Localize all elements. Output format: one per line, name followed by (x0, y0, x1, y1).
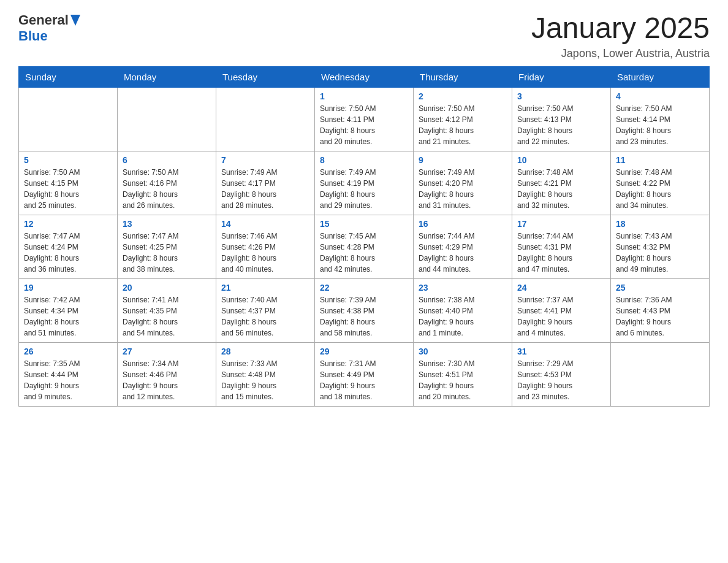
day-info: Sunrise: 7:50 AMSunset: 4:13 PMDaylight:… (517, 103, 605, 147)
logo-blue-text: Blue (18, 28, 48, 44)
calendar-cell (19, 87, 118, 151)
logo-triangle-icon (70, 15, 80, 26)
day-info: Sunrise: 7:49 AMSunset: 4:20 PMDaylight:… (419, 167, 507, 211)
day-number: 22 (320, 283, 408, 293)
calendar-cell: 29Sunrise: 7:31 AMSunset: 4:49 PMDayligh… (315, 342, 414, 406)
day-number: 4 (616, 91, 704, 101)
calendar-cell: 20Sunrise: 7:41 AMSunset: 4:35 PMDayligh… (118, 278, 216, 342)
calendar-cell: 31Sunrise: 7:29 AMSunset: 4:53 PMDayligh… (512, 342, 611, 406)
day-info: Sunrise: 7:31 AMSunset: 4:49 PMDaylight:… (320, 358, 408, 402)
day-info: Sunrise: 7:41 AMSunset: 4:35 PMDaylight:… (123, 294, 211, 339)
calendar-header-monday: Monday (118, 66, 216, 87)
day-info: Sunrise: 7:47 AMSunset: 4:25 PMDaylight:… (123, 231, 211, 275)
calendar-week-row: 1Sunrise: 7:50 AMSunset: 4:11 PMDaylight… (19, 87, 710, 151)
day-info: Sunrise: 7:50 AMSunset: 4:12 PMDaylight:… (419, 103, 507, 147)
day-info: Sunrise: 7:44 AMSunset: 4:31 PMDaylight:… (517, 231, 605, 275)
day-info: Sunrise: 7:48 AMSunset: 4:21 PMDaylight:… (517, 167, 605, 211)
day-number: 27 (123, 347, 211, 356)
calendar-header-friday: Friday (512, 66, 611, 87)
calendar-cell: 30Sunrise: 7:30 AMSunset: 4:51 PMDayligh… (414, 342, 512, 406)
calendar-cell: 12Sunrise: 7:47 AMSunset: 4:24 PMDayligh… (19, 215, 118, 278)
day-info: Sunrise: 7:49 AMSunset: 4:17 PMDaylight:… (221, 167, 309, 211)
page-header: General Blue January 2025 Japons, Lower … (18, 12, 710, 60)
day-number: 29 (320, 347, 408, 356)
calendar-cell: 1Sunrise: 7:50 AMSunset: 4:11 PMDaylight… (315, 87, 414, 151)
day-info: Sunrise: 7:34 AMSunset: 4:46 PMDaylight:… (123, 358, 211, 402)
day-number: 30 (419, 347, 507, 356)
day-info: Sunrise: 7:38 AMSunset: 4:40 PMDaylight:… (419, 294, 507, 339)
calendar-cell (216, 87, 315, 151)
day-info: Sunrise: 7:50 AMSunset: 4:15 PMDaylight:… (24, 167, 112, 211)
day-info: Sunrise: 7:29 AMSunset: 4:53 PMDaylight:… (517, 358, 605, 402)
day-info: Sunrise: 7:42 AMSunset: 4:34 PMDaylight:… (24, 294, 112, 339)
day-number: 16 (419, 219, 507, 229)
calendar-cell: 25Sunrise: 7:36 AMSunset: 4:43 PMDayligh… (611, 278, 710, 342)
day-number: 25 (616, 283, 704, 293)
day-number: 14 (221, 219, 309, 229)
day-number: 20 (123, 283, 211, 293)
day-number: 8 (320, 155, 408, 165)
location-subtitle: Japons, Lower Austria, Austria (531, 47, 710, 60)
logo-general-text: General (18, 12, 69, 28)
calendar-cell: 4Sunrise: 7:50 AMSunset: 4:14 PMDaylight… (611, 87, 710, 151)
calendar-cell: 10Sunrise: 7:48 AMSunset: 4:21 PMDayligh… (512, 151, 611, 215)
day-info: Sunrise: 7:39 AMSunset: 4:38 PMDaylight:… (320, 294, 408, 339)
calendar-cell: 2Sunrise: 7:50 AMSunset: 4:12 PMDaylight… (414, 87, 512, 151)
day-number: 10 (517, 155, 605, 165)
calendar-header-row: SundayMondayTuesdayWednesdayThursdayFrid… (19, 66, 710, 87)
day-info: Sunrise: 7:44 AMSunset: 4:29 PMDaylight:… (419, 231, 507, 275)
calendar-cell (118, 87, 216, 151)
day-number: 2 (419, 91, 507, 101)
day-number: 26 (24, 347, 112, 356)
day-number: 5 (24, 155, 112, 165)
calendar-cell: 11Sunrise: 7:48 AMSunset: 4:22 PMDayligh… (611, 151, 710, 215)
day-info: Sunrise: 7:45 AMSunset: 4:28 PMDaylight:… (320, 231, 408, 275)
calendar-cell: 14Sunrise: 7:46 AMSunset: 4:26 PMDayligh… (216, 215, 315, 278)
calendar-cell: 7Sunrise: 7:49 AMSunset: 4:17 PMDaylight… (216, 151, 315, 215)
calendar-cell (611, 342, 710, 406)
calendar-cell: 19Sunrise: 7:42 AMSunset: 4:34 PMDayligh… (19, 278, 118, 342)
calendar-table: SundayMondayTuesdayWednesdayThursdayFrid… (18, 66, 710, 407)
calendar-cell: 13Sunrise: 7:47 AMSunset: 4:25 PMDayligh… (118, 215, 216, 278)
calendar-cell: 8Sunrise: 7:49 AMSunset: 4:19 PMDaylight… (315, 151, 414, 215)
calendar-header-thursday: Thursday (414, 66, 512, 87)
day-number: 21 (221, 283, 309, 293)
calendar-week-row: 19Sunrise: 7:42 AMSunset: 4:34 PMDayligh… (19, 278, 710, 342)
day-number: 12 (24, 219, 112, 229)
svg-marker-0 (70, 15, 80, 26)
calendar-cell: 5Sunrise: 7:50 AMSunset: 4:15 PMDaylight… (19, 151, 118, 215)
calendar-cell: 16Sunrise: 7:44 AMSunset: 4:29 PMDayligh… (414, 215, 512, 278)
calendar-cell: 21Sunrise: 7:40 AMSunset: 4:37 PMDayligh… (216, 278, 315, 342)
calendar-cell: 18Sunrise: 7:43 AMSunset: 4:32 PMDayligh… (611, 215, 710, 278)
calendar-cell: 26Sunrise: 7:35 AMSunset: 4:44 PMDayligh… (19, 342, 118, 406)
calendar-cell: 23Sunrise: 7:38 AMSunset: 4:40 PMDayligh… (414, 278, 512, 342)
day-number: 24 (517, 283, 605, 293)
calendar-week-row: 5Sunrise: 7:50 AMSunset: 4:15 PMDaylight… (19, 151, 710, 215)
day-number: 19 (24, 283, 112, 293)
day-info: Sunrise: 7:35 AMSunset: 4:44 PMDaylight:… (24, 358, 112, 402)
day-info: Sunrise: 7:30 AMSunset: 4:51 PMDaylight:… (419, 358, 507, 402)
day-info: Sunrise: 7:43 AMSunset: 4:32 PMDaylight:… (616, 231, 704, 275)
day-number: 17 (517, 219, 605, 229)
day-info: Sunrise: 7:50 AMSunset: 4:14 PMDaylight:… (616, 103, 704, 147)
day-info: Sunrise: 7:37 AMSunset: 4:41 PMDaylight:… (517, 294, 605, 339)
calendar-header-wednesday: Wednesday (315, 66, 414, 87)
calendar-header-tuesday: Tuesday (216, 66, 315, 87)
day-info: Sunrise: 7:46 AMSunset: 4:26 PMDaylight:… (221, 231, 309, 275)
day-number: 15 (320, 219, 408, 229)
title-block: January 2025 Japons, Lower Austria, Aust… (531, 12, 710, 60)
day-info: Sunrise: 7:49 AMSunset: 4:19 PMDaylight:… (320, 167, 408, 211)
day-number: 9 (419, 155, 507, 165)
day-info: Sunrise: 7:36 AMSunset: 4:43 PMDaylight:… (616, 294, 704, 339)
calendar-cell: 15Sunrise: 7:45 AMSunset: 4:28 PMDayligh… (315, 215, 414, 278)
day-info: Sunrise: 7:40 AMSunset: 4:37 PMDaylight:… (221, 294, 309, 339)
calendar-header-sunday: Sunday (19, 66, 118, 87)
day-info: Sunrise: 7:50 AMSunset: 4:11 PMDaylight:… (320, 103, 408, 147)
day-number: 1 (320, 91, 408, 101)
calendar-cell: 6Sunrise: 7:50 AMSunset: 4:16 PMDaylight… (118, 151, 216, 215)
day-info: Sunrise: 7:48 AMSunset: 4:22 PMDaylight:… (616, 167, 704, 211)
day-info: Sunrise: 7:33 AMSunset: 4:48 PMDaylight:… (221, 358, 309, 402)
calendar-week-row: 12Sunrise: 7:47 AMSunset: 4:24 PMDayligh… (19, 215, 710, 278)
day-number: 11 (616, 155, 704, 165)
day-number: 3 (517, 91, 605, 101)
